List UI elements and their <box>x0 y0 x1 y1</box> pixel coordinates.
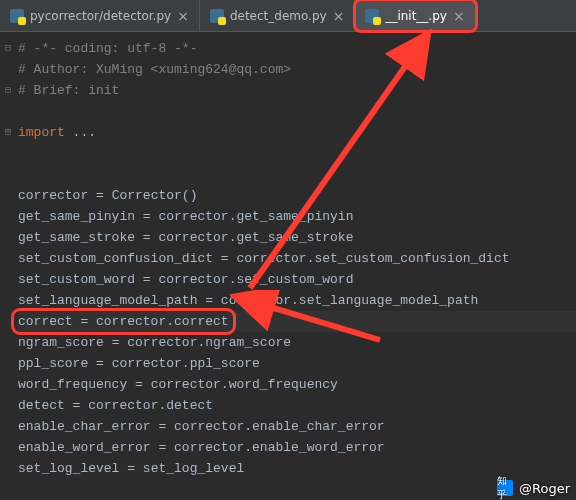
python-file-icon <box>210 9 224 23</box>
editor-tab[interactable]: pycorrector/detector.py× <box>0 0 200 31</box>
code-comment: # Author: XuMing <xuming624@qq.com> <box>18 59 291 80</box>
editor-tab-bar: pycorrector/detector.py×detect_demo.py×_… <box>0 0 576 32</box>
code-operator: = <box>135 206 158 227</box>
code-identifier: set_language_model_path <box>18 290 197 311</box>
code-identifier: enable_word_error <box>18 437 151 458</box>
code-line[interactable]: correct = corrector.correct <box>18 311 576 332</box>
code-operator: = <box>151 416 174 437</box>
code-comment: # -*- coding: utf-8 -*- <box>18 38 197 59</box>
fold-marker-icon[interactable]: ⊟ <box>2 38 14 59</box>
code-expression: corrector.correct <box>96 314 229 329</box>
tab-label: pycorrector/detector.py <box>30 9 171 23</box>
code-expression: corrector.enable_char_error <box>174 416 385 437</box>
close-icon[interactable]: × <box>333 9 345 23</box>
code-identifier: correct <box>18 314 73 329</box>
code-operator: = <box>104 332 127 353</box>
code-expression: set_log_level <box>143 458 244 479</box>
code-operator: = <box>119 458 142 479</box>
code-identifier: ppl_score <box>18 353 88 374</box>
code-operator: = <box>135 227 158 248</box>
code-line[interactable]: corrector = Corrector() <box>18 185 576 206</box>
watermark: 知乎 @Roger <box>497 480 570 496</box>
close-icon[interactable]: × <box>177 9 189 23</box>
code-identifier: set_log_level <box>18 458 119 479</box>
python-file-icon <box>10 9 24 23</box>
code-expression: Corrector() <box>112 185 198 206</box>
code-identifier: word_frequency <box>18 374 127 395</box>
code-keyword: import <box>18 122 65 143</box>
code-expression: corrector.set_language_model_path <box>221 290 478 311</box>
code-identifier: corrector <box>18 185 88 206</box>
code-expression: corrector.get_same_stroke <box>158 227 353 248</box>
code-text: ... <box>65 122 96 143</box>
code-identifier: set_custom_confusion_dict <box>18 248 213 269</box>
code-line[interactable]: get_same_pinyin = corrector.get_same_pin… <box>18 206 576 227</box>
code-operator: = <box>135 269 158 290</box>
code-identifier: ngram_score <box>18 332 104 353</box>
code-operator: = <box>73 314 96 329</box>
code-expression: corrector.word_frequency <box>151 374 338 395</box>
python-file-icon <box>365 9 379 23</box>
code-expression: corrector.set_custom_confusion_dict <box>236 248 509 269</box>
code-line[interactable]: set_custom_word = corrector.set_custom_w… <box>18 269 576 290</box>
zhihu-icon: 知乎 <box>497 480 513 496</box>
code-operator: = <box>65 395 88 416</box>
code-line[interactable]: word_frequency = corrector.word_frequenc… <box>18 374 576 395</box>
code-identifier: detect <box>18 395 65 416</box>
code-expression: corrector.enable_word_error <box>174 437 385 458</box>
code-editor[interactable]: ⊟ # -*- coding: utf-8 -*- # Author: XuMi… <box>0 32 576 479</box>
code-line[interactable]: set_log_level = set_log_level <box>18 458 576 479</box>
code-expression: corrector.get_same_pinyin <box>158 206 353 227</box>
code-line[interactable]: get_same_stroke = corrector.get_same_str… <box>18 227 576 248</box>
code-comment: # Brief: init <box>18 80 119 101</box>
fold-marker-icon[interactable]: ⊞ <box>2 122 14 143</box>
tab-label: detect_demo.py <box>230 9 327 23</box>
code-operator: = <box>151 437 174 458</box>
code-operator: = <box>197 290 220 311</box>
close-icon[interactable]: × <box>453 9 465 23</box>
code-operator: = <box>213 248 236 269</box>
code-line[interactable]: enable_word_error = corrector.enable_wor… <box>18 437 576 458</box>
code-expression: corrector.ngram_score <box>127 332 291 353</box>
code-operator: = <box>88 185 111 206</box>
fold-marker-icon[interactable]: ⊟ <box>2 80 14 101</box>
editor-tab[interactable]: detect_demo.py× <box>200 0 355 31</box>
code-line[interactable]: set_custom_confusion_dict = corrector.se… <box>18 248 576 269</box>
code-expression: corrector.detect <box>88 395 213 416</box>
code-identifier: set_custom_word <box>18 269 135 290</box>
code-expression: corrector.set_custom_word <box>158 269 353 290</box>
watermark-text: @Roger <box>519 481 570 496</box>
code-line[interactable]: ppl_score = corrector.ppl_score <box>18 353 576 374</box>
code-operator: = <box>88 353 111 374</box>
editor-tab[interactable]: __init__.py× <box>355 0 475 31</box>
code-line[interactable]: enable_char_error = corrector.enable_cha… <box>18 416 576 437</box>
code-line[interactable]: detect = corrector.detect <box>18 395 576 416</box>
code-expression: corrector.ppl_score <box>112 353 260 374</box>
annotation-highlight-box: correct = corrector.correct <box>14 311 233 332</box>
code-operator: = <box>127 374 150 395</box>
code-line[interactable]: ngram_score = corrector.ngram_score <box>18 332 576 353</box>
code-identifier: get_same_pinyin <box>18 206 135 227</box>
code-line[interactable]: set_language_model_path = corrector.set_… <box>18 290 576 311</box>
tab-label: __init__.py <box>385 9 447 23</box>
code-identifier: enable_char_error <box>18 416 151 437</box>
code-identifier: get_same_stroke <box>18 227 135 248</box>
